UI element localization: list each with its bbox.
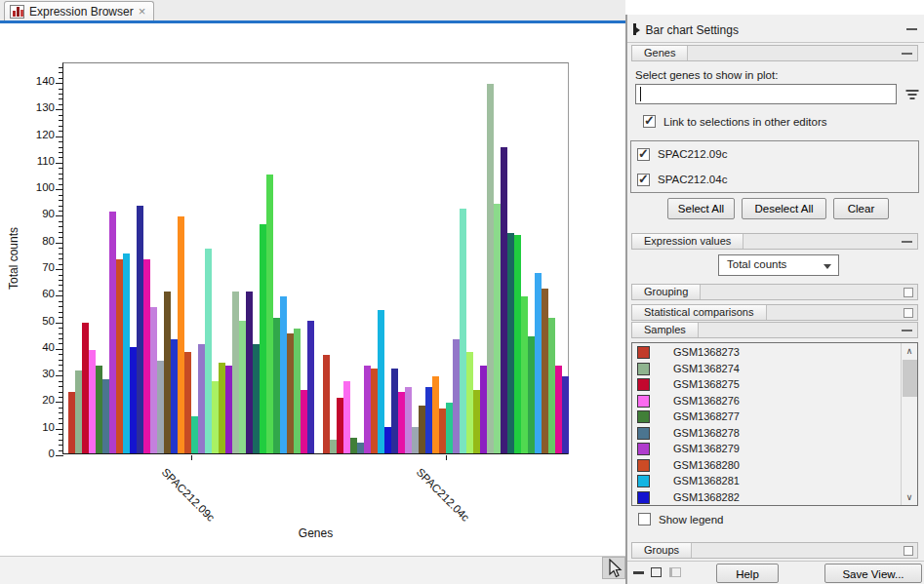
y-axis-minor-tick	[59, 333, 63, 334]
bar-SPAC212.04c-sample29	[514, 235, 521, 453]
close-icon[interactable]: ×	[139, 6, 146, 18]
cursor-hover-target[interactable]	[602, 557, 625, 579]
sample-row-GSM1368273[interactable]: GSM1368273	[632, 345, 900, 361]
collapse-sidebar-icon[interactable]	[633, 23, 640, 38]
sample-row-GSM1368281[interactable]: GSM1368281	[632, 474, 900, 489]
bar-SPAC212.09c-sample20	[198, 344, 205, 453]
bar-SPAC212.09c-sample29	[260, 224, 266, 453]
gene-checkbox[interactable]: ✓	[637, 148, 650, 161]
sample-row-GSM1368276[interactable]: GSM1368276	[632, 394, 900, 409]
bar-SPAC212.04c-sample11	[391, 369, 398, 453]
bar-SPAC212.09c-sample31	[273, 318, 280, 453]
filter-icon[interactable]	[905, 90, 919, 99]
section-header-genes[interactable]: Genes	[631, 45, 918, 61]
bar-SPAC212.04c-sample12	[398, 392, 405, 453]
scroll-down-icon[interactable]: ∨	[902, 489, 917, 505]
gene-item-SPAC212.04c[interactable]: ✓SPAC212.04c	[631, 168, 918, 193]
y-axis-minor-tick	[59, 450, 63, 451]
sample-row-GSM1368280[interactable]: GSM1368280	[632, 458, 900, 474]
y-axis-minor-tick	[59, 221, 63, 222]
sample-label: GSM1368281	[673, 475, 740, 487]
y-axis-minor-tick	[59, 392, 63, 393]
collapse-section-icon[interactable]	[902, 330, 912, 331]
bar-SPAC212.09c-sample5	[96, 366, 102, 453]
save-view-button[interactable]: Save View...	[824, 564, 922, 583]
bar-SPAC212.04c-sample8	[371, 369, 378, 453]
section-header-expression-values[interactable]: Expression values	[631, 233, 918, 250]
section-title: Genes	[632, 46, 688, 60]
sample-row-GSM1368278[interactable]: GSM1368278	[632, 426, 900, 442]
x-axis-tick	[191, 455, 192, 460]
view-mode-toolbar: ✓ DEV	[0, 556, 625, 584]
bar-SPAC212.04c-sample3	[337, 398, 343, 453]
expand-all-icon[interactable]	[651, 567, 662, 577]
bar-SPAC212.04c-sample22	[466, 352, 473, 453]
deselect-all-button[interactable]: Deselect All	[742, 198, 826, 219]
bar-SPAC212.04c-sample30	[521, 296, 528, 453]
sample-row-GSM1368279[interactable]: GSM1368279	[632, 442, 900, 457]
bar-SPAC212.04c-sample21	[460, 209, 466, 453]
sample-label: GSM1368273	[673, 346, 740, 358]
clear-button[interactable]: Clear	[833, 198, 889, 219]
y-axis-major-tick	[56, 429, 63, 430]
section-header-samples[interactable]: Samples	[631, 322, 918, 338]
help-button[interactable]: Help	[716, 564, 779, 583]
link-selections-checkbox[interactable]: ✓	[643, 115, 656, 128]
bar-SPAC212.04c-sample31	[528, 336, 535, 453]
bar-SPAC212.09c-sample4	[89, 350, 96, 453]
scrollbar-thumb[interactable]	[903, 360, 917, 397]
gene-search-input[interactable]	[635, 84, 897, 104]
y-axis-minor-tick	[59, 440, 63, 441]
expand-section-icon[interactable]	[904, 288, 913, 297]
x-axis-tick	[446, 455, 447, 460]
sample-row-GSM1368274[interactable]: GSM1368274	[632, 362, 900, 377]
bar-SPAC212.04c-sample35	[555, 366, 562, 453]
collapse-section-icon[interactable]	[902, 241, 912, 243]
window-corner	[625, 0, 924, 15]
bar-SPAC212.09c-sample22	[212, 381, 219, 453]
collapse-section-icon[interactable]	[902, 53, 912, 55]
sample-row-GSM1368275[interactable]: GSM1368275	[632, 377, 900, 393]
bar-SPAC212.09c-sample21	[205, 249, 212, 453]
y-axis-minor-tick	[59, 317, 63, 318]
collapse-all-icon[interactable]	[633, 571, 644, 574]
sample-row-GSM1368277[interactable]: GSM1368277	[632, 409, 900, 425]
sample-color-swatch	[637, 459, 650, 472]
gene-checkbox[interactable]: ✓	[637, 174, 650, 186]
checkmark-icon: ✓	[644, 113, 655, 128]
bar-SPAC212.04c-sample17	[432, 376, 439, 453]
gene-item-SPAC212.09c[interactable]: ✓SPAC212.09c	[631, 142, 918, 168]
section-title: Expression values	[632, 234, 743, 249]
y-axis-major-tick	[56, 83, 63, 84]
y-axis-minor-tick	[59, 365, 63, 366]
show-legend-checkbox[interactable]	[638, 513, 651, 526]
samples-scrollbar[interactable]: ∧ ∨	[901, 343, 917, 505]
bar-SPAC212.09c-sample36	[307, 321, 314, 453]
bar-SPAC212.09c-sample35	[301, 390, 307, 454]
y-axis-minor-tick	[59, 253, 63, 254]
sample-row-GSM1368282[interactable]: GSM1368282	[632, 490, 900, 506]
scroll-up-icon[interactable]: ∧	[902, 343, 917, 359]
section-header-groups[interactable]: Groups	[631, 542, 918, 559]
section-header-grouping[interactable]: Grouping	[631, 284, 918, 300]
y-axis-minor-tick	[59, 445, 63, 446]
y-axis-minor-tick	[59, 397, 63, 398]
y-axis-minor-tick	[59, 312, 63, 313]
select-all-button[interactable]: Select All	[667, 198, 735, 219]
section-header-statistical-comparisons[interactable]: Statistical comparisons	[631, 304, 918, 321]
bar-SPAC212.09c-sample30	[266, 175, 273, 454]
expand-section-icon[interactable]	[904, 546, 913, 556]
bar-SPAC212.09c-sample9	[123, 253, 130, 453]
bar-SPAC212.04c-sample13	[405, 387, 412, 453]
tab-expression-browser[interactable]: Expression Browser ×	[4, 1, 154, 20]
y-axis-minor-tick	[59, 285, 63, 286]
expand-section-icon[interactable]	[904, 308, 913, 318]
y-axis-major-tick	[56, 455, 63, 456]
bar-SPAC212.09c-sample12	[143, 259, 150, 453]
minimize-panel-icon[interactable]	[906, 28, 917, 30]
expression-value-dropdown[interactable]: Total counts	[718, 254, 839, 276]
bar-SPAC212.04c-sample9	[378, 310, 384, 453]
bar-SPAC212.04c-sample5	[350, 438, 357, 453]
plot-area	[62, 62, 569, 454]
y-axis-major-tick	[56, 375, 63, 376]
